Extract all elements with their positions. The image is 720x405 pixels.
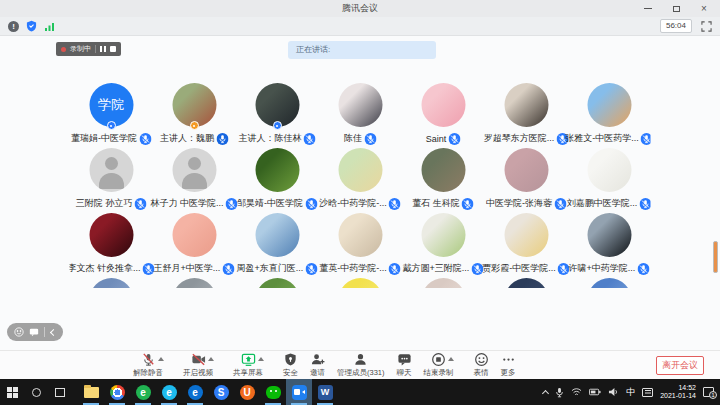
participant-tile[interactable]: 李文杰 针灸推拿... <box>70 213 153 275</box>
participant-tile[interactable]: 张雅文-中医药学... <box>568 83 651 145</box>
task-view-icon[interactable] <box>48 379 72 405</box>
network-shield-icon[interactable] <box>26 20 37 32</box>
participant-tile[interactable]: 刘嘉鹏中医学院... <box>568 148 651 210</box>
tray-chevron-up-icon[interactable] <box>543 389 548 396</box>
tray-battery-icon[interactable] <box>589 388 601 396</box>
participant-tile[interactable]: 陈佳 <box>319 83 402 145</box>
participant-tile[interactable] <box>319 278 402 288</box>
minimize-icon[interactable] <box>640 1 656 16</box>
participant-tile[interactable]: 三附院 孙立巧 <box>70 148 153 210</box>
mic-muted-icon[interactable] <box>389 198 401 210</box>
taskbar-app-tencent-meeting-icon[interactable] <box>286 379 312 405</box>
mic-muted-icon[interactable] <box>305 198 317 210</box>
search-icon[interactable] <box>24 379 48 405</box>
toolbar-invite-button[interactable]: 邀请 <box>310 352 325 378</box>
expand-arrow-icon[interactable] <box>258 357 264 361</box>
participant-name: 董瑞娟-中医学院 <box>71 132 137 145</box>
taskbar-app-wechat-icon[interactable] <box>260 379 286 405</box>
taskbar-app-explorer-icon[interactable] <box>78 379 104 405</box>
taskbar-app-sogou-icon[interactable]: S <box>208 379 234 405</box>
mic-muted-icon[interactable] <box>139 133 151 145</box>
taskbar-app-chrome-icon[interactable] <box>104 379 130 405</box>
toolbar-emoji-button[interactable]: 表情 <box>474 352 489 378</box>
toolbar-members-button[interactable]: 管理成员(331) <box>337 352 385 378</box>
participant-tile[interactable]: 许啸+中药学院... <box>568 213 651 275</box>
tray-microphone-icon[interactable] <box>555 387 564 398</box>
maximize-icon[interactable] <box>668 1 684 16</box>
grid-scrollbar-thumb[interactable] <box>713 241 718 273</box>
mic-muted-icon[interactable] <box>305 263 317 275</box>
mic-muted-icon[interactable] <box>554 198 566 210</box>
tray-volume-icon[interactable] <box>608 387 619 397</box>
mic-muted-icon[interactable] <box>462 198 474 210</box>
participant-tile[interactable] <box>402 278 485 288</box>
participant-tile[interactable]: 罗超琴东方医院... <box>485 83 568 145</box>
toolbar-chat-button[interactable]: 聊天 <box>397 352 412 378</box>
action-center-icon[interactable]: 1 <box>703 387 714 397</box>
toolbar-camera-off-button[interactable]: 开启视频 <box>183 352 213 378</box>
participant-tile[interactable] <box>153 278 236 288</box>
participant-name: 罗超琴东方医院... <box>484 132 555 145</box>
chat-quick-icon[interactable] <box>29 327 39 337</box>
collapse-bar-icon[interactable] <box>50 328 57 335</box>
participant-tile[interactable] <box>568 278 651 288</box>
participant-tile[interactable] <box>236 278 319 288</box>
tray-wifi-icon[interactable] <box>571 387 582 397</box>
participant-avatar <box>587 213 631 257</box>
start-button-icon[interactable] <box>0 379 24 405</box>
participant-tile[interactable]: 沙晗-中药学院-... <box>319 148 402 210</box>
participant-tile[interactable]: 戴方圆+三附院... <box>402 213 485 275</box>
participant-tile[interactable]: 主讲人：魏鹏 <box>153 83 236 145</box>
mic-muted-icon[interactable] <box>222 263 234 275</box>
participant-tile[interactable]: 董石 生科院 <box>402 148 485 210</box>
toolbar-mic-off-button[interactable]: 解除静音 <box>133 352 163 378</box>
participant-tile[interactable]: 学院董瑞娟-中医学院 <box>70 83 153 145</box>
stop-recording-icon[interactable] <box>110 46 116 52</box>
close-icon[interactable]: × <box>696 1 712 16</box>
touch-keyboard-icon[interactable] <box>642 388 653 397</box>
mic-muted-icon[interactable] <box>134 198 146 210</box>
taskbar-app-browser-360-icon[interactable]: e <box>130 379 156 405</box>
mic-muted-icon[interactable] <box>448 133 460 145</box>
fullscreen-icon[interactable] <box>701 21 712 32</box>
taskbar-app-ie-icon[interactable]: e <box>156 379 182 405</box>
participant-name: 林子力 中医学院... <box>151 197 224 210</box>
signal-strength-icon[interactable] <box>44 21 55 32</box>
expand-arrow-icon[interactable] <box>208 357 214 361</box>
expand-arrow-icon[interactable] <box>158 357 164 361</box>
leave-meeting-button[interactable]: 离开会议 <box>656 356 704 375</box>
toolbar-shield-button[interactable]: 安全 <box>283 352 298 378</box>
participant-label: 中医学院-张海蓉 <box>486 197 566 210</box>
taskbar-app-uc-browser-icon[interactable]: U <box>234 379 260 405</box>
mic-muted-icon[interactable] <box>637 263 649 275</box>
mic-muted-icon[interactable] <box>641 133 651 145</box>
mic-muted-icon[interactable] <box>304 133 316 145</box>
participant-tile[interactable] <box>485 278 568 288</box>
taskbar-app-word-icon[interactable]: W <box>312 379 338 405</box>
toolbar-share-screen-button[interactable]: 共享屏幕 <box>233 352 263 378</box>
participant-tile[interactable]: 主讲人：陈佳林 <box>236 83 319 145</box>
participant-tile[interactable]: 贾彩霞-中医学院... <box>485 213 568 275</box>
participant-name: 三附院 孙立巧 <box>76 197 133 210</box>
emoji-quick-icon[interactable] <box>14 327 24 337</box>
taskbar-clock[interactable]: 14:52 2021-01-14 <box>660 384 696 401</box>
participant-tile[interactable] <box>70 278 153 288</box>
toolbar-more-button[interactable]: 更多 <box>501 352 516 378</box>
participant-tile[interactable]: 王舒月+中医学... <box>153 213 236 275</box>
participant-tile[interactable]: 邹昊靖-中医学院 <box>236 148 319 210</box>
toolbar-stop-record-button[interactable]: 结束录制 <box>424 352 454 378</box>
meeting-info-icon[interactable]: ! <box>8 21 19 32</box>
participant-tile[interactable]: 中医学院-张海蓉 <box>485 148 568 210</box>
taskbar-app-edge-icon[interactable]: e <box>182 379 208 405</box>
mic-on-icon[interactable] <box>216 133 228 145</box>
expand-arrow-icon[interactable] <box>448 357 454 361</box>
mic-muted-icon[interactable] <box>639 198 650 210</box>
mic-muted-icon[interactable] <box>389 263 401 275</box>
participant-tile[interactable]: 周盈+东直门医... <box>236 213 319 275</box>
participant-tile[interactable]: Saint <box>402 83 485 145</box>
input-method-indicator[interactable]: 中 <box>626 386 635 399</box>
mic-muted-icon[interactable] <box>364 133 376 145</box>
pause-recording-icon[interactable] <box>100 46 106 52</box>
participant-tile[interactable]: 董英-中药学院-... <box>319 213 402 275</box>
participant-tile[interactable]: 林子力 中医学院... <box>153 148 236 210</box>
